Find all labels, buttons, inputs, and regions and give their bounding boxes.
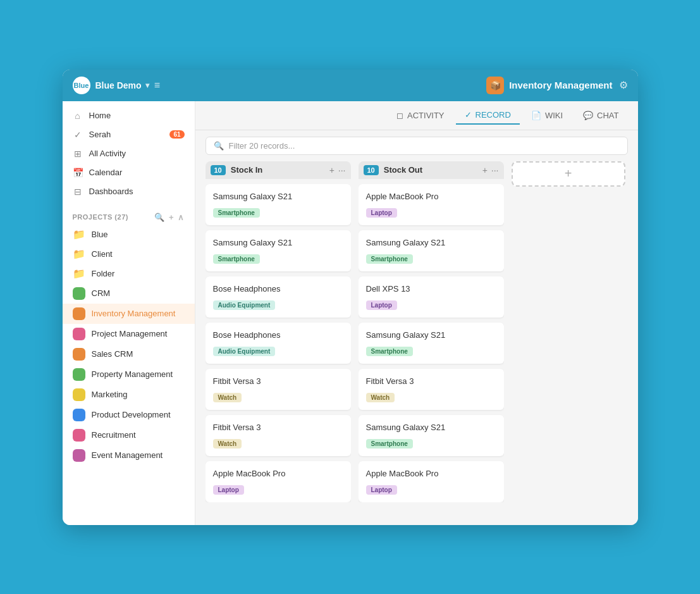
card-title: Samsung Galaxy S21 bbox=[366, 423, 496, 432]
kanban-card[interactable]: Fitbit Versa 3 Watch bbox=[206, 369, 351, 410]
home-icon: ⌂ bbox=[73, 111, 83, 121]
kanban-card[interactable]: Apple MacBook Pro Laptop bbox=[359, 184, 504, 225]
project-item-product-dev[interactable]: Product Development bbox=[63, 405, 195, 425]
projects-actions: 🔍 + ∧ bbox=[154, 213, 184, 222]
settings-icon[interactable]: ⚙ bbox=[619, 79, 628, 91]
wiki-tab-label: WIKI bbox=[545, 111, 563, 120]
project-name: Inventory Management bbox=[509, 80, 612, 90]
header: Blue Blue Demo ▾ ≡ 📦 Inventory Managemen… bbox=[63, 70, 638, 101]
add-column: + bbox=[512, 161, 625, 515]
sidebar-item-label: Calendar bbox=[89, 168, 123, 177]
project-item-blue[interactable]: 📁 Blue bbox=[63, 225, 195, 244]
add-card-icon[interactable]: + bbox=[482, 165, 488, 175]
project-label: Event Management bbox=[92, 450, 163, 460]
project-label: Blue bbox=[92, 230, 108, 239]
tab-activity[interactable]: ◻ ACTIVITY bbox=[388, 107, 453, 124]
folder-icon: 📁 bbox=[73, 268, 85, 280]
kanban-card[interactable]: Samsung Galaxy S21 Smartphone bbox=[359, 230, 504, 271]
tab-chat[interactable]: 💬 CHAT bbox=[574, 107, 627, 124]
menu-icon[interactable]: ≡ bbox=[154, 80, 160, 91]
more-options-icon[interactable]: ··· bbox=[338, 165, 346, 175]
logo[interactable]: Blue bbox=[73, 77, 90, 94]
card-tag: Laptop bbox=[366, 300, 397, 310]
card-tag: Smartphone bbox=[366, 254, 413, 264]
sidebar-item-dashboards[interactable]: ⊟ Dashboards bbox=[63, 182, 195, 201]
card-tag: Laptop bbox=[366, 208, 397, 218]
project-dot bbox=[73, 348, 85, 361]
column-count: 10 bbox=[364, 165, 379, 175]
record-tab-label: RECORD bbox=[476, 110, 511, 120]
project-item-inventory[interactable]: Inventory Management bbox=[63, 304, 195, 324]
card-tag: Watch bbox=[366, 393, 395, 402]
card-tag: Watch bbox=[213, 393, 242, 402]
project-item-crm[interactable]: CRM bbox=[63, 283, 195, 304]
card-title: Apple MacBook Pro bbox=[366, 469, 496, 478]
card-title: Apple MacBook Pro bbox=[366, 192, 496, 201]
search-icon: 🔍 bbox=[214, 141, 224, 151]
column-actions: + ··· bbox=[482, 165, 499, 175]
tab-record[interactable]: ✓ RECORD bbox=[456, 106, 520, 125]
all-activity-icon: ⊞ bbox=[73, 149, 83, 159]
kanban-cards-stock-in: Samsung Galaxy S21 Smartphone Samsung Ga… bbox=[206, 184, 351, 502]
add-column-button[interactable]: + bbox=[512, 161, 625, 187]
body: ⌂ Home ✓ Serah 61 ⊞ All Activity 📅 Calen… bbox=[63, 101, 638, 525]
kanban-card[interactable]: Samsung Galaxy S21 Smartphone bbox=[206, 230, 351, 271]
filter-input[interactable]: 🔍 Filter 20 records... bbox=[206, 137, 628, 155]
kanban-card[interactable]: Fitbit Versa 3 Watch bbox=[359, 369, 504, 410]
sidebar-item-label: Serah bbox=[89, 130, 111, 139]
kanban-card[interactable]: Bose Headphones Audio Equipment bbox=[206, 323, 351, 364]
project-item-client[interactable]: 📁 Client bbox=[63, 244, 195, 264]
activity-tab-icon: ◻ bbox=[396, 111, 403, 120]
kanban-card[interactable]: Apple MacBook Pro Laptop bbox=[206, 461, 351, 502]
card-title: Samsung Galaxy S21 bbox=[366, 238, 496, 247]
kanban-card[interactable]: Samsung Galaxy S21 Smartphone bbox=[206, 184, 351, 225]
sidebar-item-all-activity[interactable]: ⊞ All Activity bbox=[63, 144, 195, 163]
project-item-project-mgmt[interactable]: Project Management bbox=[63, 324, 195, 344]
project-label: Recruitment bbox=[92, 430, 136, 440]
project-item-recruitment[interactable]: Recruitment bbox=[63, 425, 195, 445]
kanban-board: 10 Stock In + ··· Samsung Galaxy S21 Sma… bbox=[195, 161, 638, 525]
project-item-event[interactable]: Event Management bbox=[63, 445, 195, 466]
sidebar-item-home[interactable]: ⌂ Home bbox=[63, 106, 195, 125]
card-tag: Audio Equipment bbox=[213, 347, 276, 356]
column-actions: + ··· bbox=[329, 165, 346, 175]
add-card-icon[interactable]: + bbox=[329, 165, 335, 175]
more-options-icon[interactable]: ··· bbox=[491, 165, 499, 175]
project-item-sales-crm[interactable]: Sales CRM bbox=[63, 344, 195, 364]
record-tab-icon: ✓ bbox=[465, 110, 472, 120]
project-item-marketing[interactable]: Marketing bbox=[63, 385, 195, 405]
project-label: Inventory Management bbox=[92, 309, 176, 318]
sidebar-item-calendar[interactable]: 📅 Calendar bbox=[63, 163, 195, 182]
card-title: Samsung Galaxy S21 bbox=[366, 330, 496, 340]
sidebar: ⌂ Home ✓ Serah 61 ⊞ All Activity 📅 Calen… bbox=[63, 101, 195, 525]
kanban-card[interactable]: Bose Headphones Audio Equipment bbox=[206, 276, 351, 318]
sidebar-item-serah[interactable]: ✓ Serah 61 bbox=[63, 125, 195, 144]
add-project-icon[interactable]: + bbox=[169, 213, 174, 222]
card-title: Fitbit Versa 3 bbox=[366, 376, 496, 386]
collapse-icon[interactable]: ∧ bbox=[178, 213, 185, 222]
project-dot bbox=[73, 287, 85, 300]
project-dot bbox=[73, 449, 85, 462]
kanban-card[interactable]: Samsung Galaxy S21 Smartphone bbox=[359, 415, 504, 456]
projects-section-header: PROJECTS (27) 🔍 + ∧ bbox=[63, 206, 195, 225]
kanban-card[interactable]: Apple MacBook Pro Laptop bbox=[359, 461, 504, 502]
sidebar-item-label: Dashboards bbox=[89, 187, 133, 196]
tab-wiki[interactable]: 📄 WIKI bbox=[522, 107, 572, 124]
kanban-card[interactable]: Fitbit Versa 3 Watch bbox=[206, 415, 351, 456]
project-dot bbox=[73, 368, 85, 381]
sidebar-nav: ⌂ Home ✓ Serah 61 ⊞ All Activity 📅 Calen… bbox=[63, 101, 195, 206]
kanban-card[interactable]: Samsung Galaxy S21 Smartphone bbox=[359, 323, 504, 364]
card-title: Apple MacBook Pro bbox=[213, 469, 343, 478]
folder-icon: 📁 bbox=[73, 228, 85, 240]
card-tag: Laptop bbox=[366, 485, 397, 495]
workspace-selector[interactable]: Blue Demo ▾ bbox=[95, 80, 149, 90]
kanban-card[interactable]: Dell XPS 13 Laptop bbox=[359, 276, 504, 318]
project-item-property[interactable]: Property Management bbox=[63, 364, 195, 385]
chat-tab-label: CHAT bbox=[597, 111, 618, 120]
project-item-folder[interactable]: 📁 Folder bbox=[63, 264, 195, 283]
main-content: ◻ ACTIVITY ✓ RECORD 📄 WIKI 💬 CHAT 🔍 Filt… bbox=[195, 101, 638, 525]
search-icon[interactable]: 🔍 bbox=[154, 213, 165, 222]
chat-tab-icon: 💬 bbox=[583, 111, 593, 120]
folder-icon: 📁 bbox=[73, 248, 85, 260]
column-title: Stock Out bbox=[384, 165, 477, 175]
